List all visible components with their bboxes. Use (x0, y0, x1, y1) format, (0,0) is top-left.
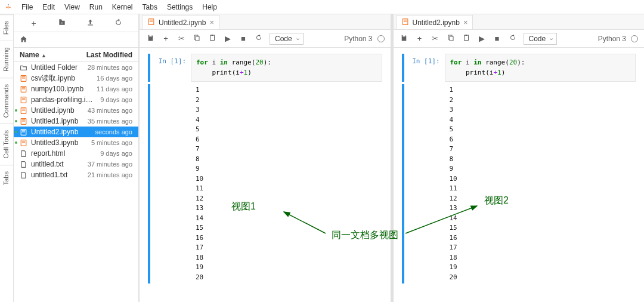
upload-button[interactable] (81, 19, 99, 28)
kernel-name[interactable]: Python 3 (598, 35, 626, 43)
svg-rect-18 (22, 130, 25, 131)
menu-settings[interactable]: Settings (162, 1, 197, 13)
tab-bar: Untitled2.ipynb× (140, 14, 391, 30)
notebook-body[interactable]: In [1]:for i in range(20): print(i+1)1 2… (140, 48, 391, 302)
insert-cell-button[interactable]: + (161, 34, 171, 43)
stop-button[interactable]: ■ (493, 34, 502, 43)
file-row[interactable]: numpy100.ipynb11 days ago (14, 84, 138, 94)
file-row[interactable]: Untitled3.ipynb5 minutes ago (14, 137, 138, 148)
file-modified: 16 days ago (97, 75, 132, 82)
svg-rect-29 (212, 35, 213, 36)
new-launcher-button[interactable]: + (25, 19, 43, 28)
menu-kernel[interactable]: Kernel (107, 1, 138, 13)
refresh-button[interactable] (109, 19, 127, 28)
file-name: untitled1.txt (31, 171, 67, 179)
svg-rect-31 (403, 20, 406, 20)
svg-rect-10 (22, 99, 25, 100)
svg-rect-12 (22, 109, 25, 109)
header-name[interactable]: Name (20, 51, 39, 59)
side-tab-commands[interactable]: Commands (0, 78, 13, 124)
svg-rect-3 (22, 76, 25, 77)
new-folder-button[interactable]: + (53, 18, 71, 28)
kernel-name[interactable]: Python 3 (344, 35, 372, 43)
menu-view[interactable]: View (60, 1, 85, 13)
notebook-panels: Untitled2.ipynb×+✂▶■CodePython 3In [1]:f… (139, 14, 644, 302)
header-modified[interactable]: Last Modified (86, 51, 132, 59)
run-button[interactable]: ▶ (223, 34, 233, 43)
cell-type-select[interactable]: Code (270, 33, 304, 45)
file-row[interactable]: untitled.txt37 minutes ago (14, 159, 138, 170)
notebook-icon (20, 139, 27, 147)
code-input[interactable]: for i in range(20): print(i+1) (445, 54, 636, 82)
svg-rect-25 (150, 21, 153, 21)
file-name: untitled.txt (31, 160, 64, 168)
paste-button[interactable] (208, 34, 217, 43)
restart-button[interactable] (508, 34, 518, 43)
cell-type-select[interactable]: Code (524, 33, 558, 45)
cut-button[interactable]: ✂ (177, 34, 186, 43)
notebook-icon (20, 118, 27, 125)
code-cell[interactable]: In [1]:for i in range(20): print(i+1) (402, 54, 636, 82)
save-button[interactable] (145, 34, 155, 44)
svg-rect-4 (22, 78, 25, 78)
running-indicator-icon (15, 109, 17, 112)
side-tab-files[interactable]: Files (0, 14, 13, 41)
menu-edit[interactable]: Edit (38, 1, 60, 13)
file-browser-toolbar: + + (14, 14, 138, 32)
paste-button[interactable] (462, 34, 471, 43)
file-row[interactable]: csv读取.ipynb16 days ago (14, 73, 138, 84)
restart-button[interactable] (254, 34, 264, 43)
file-row[interactable]: pandas-profiling.ipynb9 days ago (14, 94, 138, 105)
svg-point-0 (8, 4, 9, 5)
file-name: Untitled2.ipynb (31, 128, 78, 136)
menu-file[interactable]: File (17, 1, 38, 13)
side-tab-cell-tools[interactable]: Cell Tools (0, 124, 13, 165)
close-icon[interactable]: × (209, 18, 214, 27)
copy-button[interactable] (192, 34, 202, 43)
tab-notebook[interactable]: Untitled2.ipynb× (396, 15, 473, 29)
svg-rect-21 (22, 141, 25, 141)
side-tab-tabs[interactable]: Tabs (0, 165, 13, 191)
file-modified: 9 days ago (100, 96, 132, 103)
file-icon (20, 150, 27, 158)
copy-button[interactable] (446, 34, 456, 43)
insert-cell-button[interactable]: + (415, 34, 425, 43)
svg-rect-16 (22, 121, 25, 121)
running-indicator-icon (15, 141, 17, 144)
file-icon (20, 171, 27, 179)
svg-rect-36 (465, 35, 467, 36)
file-name: Untitled3.ipynb (31, 138, 78, 147)
file-row[interactable]: Untitled1.ipynb35 minutes ago (14, 116, 138, 127)
stop-button[interactable]: ■ (239, 34, 248, 43)
file-name: Untitled.ipynb (31, 106, 75, 115)
file-row[interactable]: report.html9 days ago (14, 148, 138, 159)
file-name: report.html (31, 149, 65, 158)
file-row[interactable]: untitled1.txt21 minutes ago (14, 170, 138, 180)
run-button[interactable]: ▶ (477, 34, 487, 43)
close-icon[interactable]: × (463, 18, 468, 27)
svg-rect-28 (210, 35, 215, 41)
menu-tabs[interactable]: Tabs (138, 1, 162, 13)
file-row[interactable]: Untitled Folder28 minutes ago (14, 62, 138, 73)
tab-notebook[interactable]: Untitled2.ipynb× (142, 15, 219, 29)
notebook-body[interactable]: In [1]:for i in range(20): print(i+1)1 2… (394, 48, 645, 302)
file-modified: seconds ago (95, 128, 132, 135)
cut-button[interactable]: ✂ (431, 34, 440, 43)
menu-help[interactable]: Help (197, 1, 222, 13)
notebook-toolbar: +✂▶■CodePython 3 (394, 30, 645, 48)
notebook-icon (401, 18, 409, 27)
file-row[interactable]: Untitled.ipynb43 minutes ago (14, 105, 138, 116)
file-icon (20, 161, 27, 168)
code-input[interactable]: for i in range(20): print(i+1) (191, 54, 382, 82)
file-row[interactable]: Untitled2.ipynbseconds ago (14, 127, 138, 137)
svg-rect-24 (150, 20, 153, 20)
code-cell[interactable]: In [1]:for i in range(20): print(i+1) (148, 54, 382, 82)
notebook-toolbar: +✂▶■CodePython 3 (140, 30, 391, 48)
save-button[interactable] (400, 34, 409, 44)
file-modified: 43 minutes ago (88, 107, 132, 114)
breadcrumb[interactable] (14, 32, 138, 48)
file-modified: 28 minutes ago (88, 64, 132, 71)
menu-run[interactable]: Run (85, 1, 107, 13)
tab-bar: Untitled2.ipynb× (394, 14, 645, 30)
side-tab-running[interactable]: Running (0, 41, 13, 78)
